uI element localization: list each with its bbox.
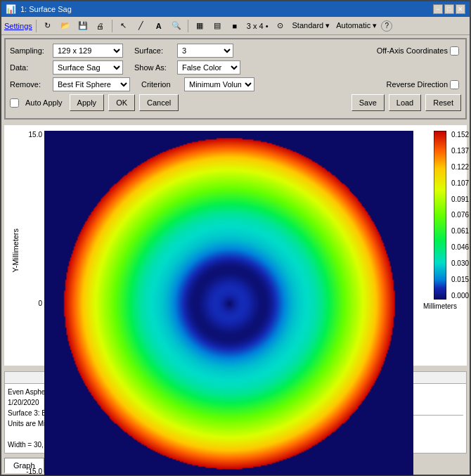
- criterion-select[interactable]: Minimum Volume: [184, 77, 254, 91]
- data-select[interactable]: Surface Sag: [53, 60, 123, 75]
- cb-val-5: 0.076: [451, 211, 469, 219]
- close-button[interactable]: ✕: [456, 4, 465, 14]
- text-icon[interactable]: A: [151, 19, 167, 33]
- surface-select[interactable]: 3: [177, 44, 233, 58]
- auto-apply-checkbox[interactable]: [10, 98, 19, 108]
- colorbar-icon[interactable]: ■: [227, 19, 243, 33]
- title-bar: 📊 1: Surface Sag − □ ✕: [1, 1, 470, 17]
- line-icon[interactable]: ╱: [134, 19, 149, 33]
- cancel-button[interactable]: Cancel: [139, 94, 179, 111]
- cb-val-7: 0.046: [451, 243, 469, 251]
- y-tick-mid: 0: [20, 300, 42, 307]
- chart-icon[interactable]: ▤: [209, 19, 225, 33]
- minimize-button[interactable]: −: [433, 4, 443, 14]
- settings-label[interactable]: Settings: [4, 22, 32, 30]
- open-icon[interactable]: 📂: [58, 19, 73, 33]
- colorbar-area: 0.152 0.137 0.122 0.107 0.091 0.076 0.06…: [419, 131, 461, 475]
- reverse-checkbox[interactable]: [450, 80, 459, 89]
- y-axis-label: Y-Millimeters: [10, 229, 20, 273]
- colorbar: [434, 131, 446, 300]
- toolbar-separator-2: [112, 20, 112, 32]
- cb-val-1: 0.137: [451, 147, 469, 155]
- refresh-icon[interactable]: ↻: [40, 19, 56, 33]
- cb-val-6: 0.061: [451, 227, 469, 235]
- clock-icon[interactable]: ⊙: [273, 19, 288, 33]
- off-axis-label: Off-Axis Coordinates: [377, 46, 448, 55]
- zoom-icon[interactable]: 🔍: [169, 19, 184, 33]
- reset-button[interactable]: Reset: [425, 94, 461, 111]
- cb-val-4: 0.091: [451, 195, 469, 203]
- chart-container: Y-Millimeters 15.0 0 -15.0: [10, 131, 461, 370]
- y-tick-bot: -15.0: [20, 468, 42, 475]
- window-title: 1: Surface Sag: [20, 5, 72, 13]
- y-tick-top: 15.0: [20, 131, 42, 139]
- surface-label: Surface:: [134, 46, 173, 55]
- window: 📊 1: Surface Sag − □ ✕ Settings ↻ 📂 💾 🖨 …: [0, 0, 471, 476]
- off-axis-checkbox[interactable]: [450, 46, 459, 56]
- remove-select[interactable]: Best Fit Sphere: [53, 77, 130, 91]
- cursor-icon[interactable]: ↖: [116, 19, 131, 33]
- colorbar-labels: 0.152 0.137 0.122 0.107 0.091 0.076 0.06…: [451, 131, 469, 300]
- toolbar-separator-1: [36, 20, 37, 32]
- cb-val-0: 0.152: [451, 131, 469, 139]
- canvas-wrapper: [44, 131, 413, 475]
- window-icon: 📊: [6, 4, 16, 14]
- surface-sag-canvas: [44, 131, 413, 475]
- data-label: Data:: [10, 63, 49, 72]
- grid-icon[interactable]: ▦: [192, 19, 207, 33]
- print-icon[interactable]: 🖨: [93, 19, 108, 33]
- maximize-button[interactable]: □: [444, 4, 454, 14]
- standard-dropdown[interactable]: Standard ▾: [290, 21, 333, 30]
- cb-val-9: 0.015: [451, 276, 469, 283]
- show-as-select[interactable]: False Color: [177, 60, 240, 75]
- remove-label: Remove:: [10, 80, 49, 89]
- title-bar-left: 📊 1: Surface Sag: [6, 4, 72, 14]
- chart-area: Y-Millimeters 15.0 0 -15.0: [4, 125, 467, 366]
- controls-panel: Sampling: 129 x 129 Surface: 3 Off-Axis …: [4, 38, 467, 120]
- grid-label: 3 x 4 •: [245, 22, 271, 30]
- show-as-label: Show As:: [134, 63, 173, 72]
- colorbar-unit: Millimeters: [423, 302, 457, 310]
- cb-val-2: 0.122: [451, 163, 469, 171]
- auto-apply-label: Auto Apply: [25, 98, 63, 107]
- off-axis-group: Off-Axis Coordinates: [377, 46, 461, 56]
- reverse-group: Reverse Direction: [387, 80, 461, 89]
- reverse-label: Reverse Direction: [387, 80, 448, 89]
- cb-val-3: 0.107: [451, 179, 469, 187]
- y-ticks: 15.0 0 -15.0: [20, 131, 44, 475]
- buttons-row: Auto Apply Apply OK Cancel Save Load Res…: [10, 94, 461, 111]
- controls-row-2: Data: Surface Sag Show As: False Color: [10, 60, 461, 75]
- apply-button[interactable]: Apply: [70, 94, 105, 111]
- title-bar-controls: − □ ✕: [433, 4, 465, 14]
- criterion-label: Criterion: [141, 80, 180, 89]
- load-button[interactable]: Load: [389, 94, 421, 111]
- chart-plot-area: 15.0 0 -15.0: [20, 131, 461, 475]
- sampling-select[interactable]: 129 x 129: [53, 44, 123, 58]
- chart-inner: 15.0 0 -15.0: [20, 131, 461, 370]
- toolbar: Settings ↻ 📂 💾 🖨 ↖ ╱ A 🔍 ▦ ▤ ■ 3 x 4 • ⊙…: [1, 17, 470, 35]
- sampling-label: Sampling:: [10, 46, 49, 55]
- help-icon[interactable]: ?: [381, 20, 392, 32]
- automatic-dropdown[interactable]: Automatic ▾: [334, 21, 379, 30]
- toolbar-separator-3: [188, 20, 188, 32]
- cb-val-10: 0.000: [451, 292, 469, 300]
- controls-row-3: Remove: Best Fit Sphere Criterion Minimu…: [10, 77, 461, 91]
- save-button[interactable]: Save: [351, 94, 385, 111]
- cb-val-8: 0.030: [451, 259, 469, 267]
- controls-row-1: Sampling: 129 x 129 Surface: 3 Off-Axis …: [10, 44, 461, 58]
- ok-button[interactable]: OK: [108, 94, 135, 111]
- save-icon[interactable]: 💾: [75, 19, 91, 33]
